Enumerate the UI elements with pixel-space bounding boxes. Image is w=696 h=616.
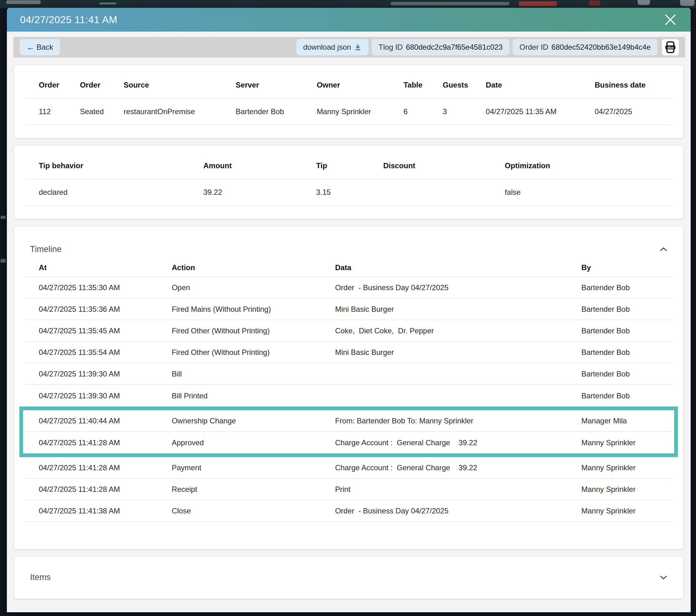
timeline-at: 04/27/2025 11:41:28 AM [39,463,172,472]
server-value: Bartender Bob [236,107,317,116]
timeline-row[interactable]: 04/27/2025 11:41:38 AM Close Order - Bus… [25,500,672,522]
column-header-order-number: Order [39,81,80,89]
column-header-tip: Tip [316,161,383,170]
background-red-badge [589,1,600,6]
timeline-action: Fired Other (Without Printing) [172,326,335,335]
column-header-date: Date [486,81,595,89]
timeline-row[interactable]: 04/27/2025 11:39:30 AM Bill Bartender Bo… [25,363,672,385]
items-title: Items [30,572,51,582]
timeline-row[interactable]: 04/27/2025 11:35:36 AM Fired Mains (With… [25,298,672,320]
timeline-at: 04/27/2025 11:35:30 AM [39,283,172,292]
timeline-row[interactable]: 04/27/2025 11:41:28 AM Payment Charge Ac… [25,457,672,479]
timeline-at: 04/27/2025 11:41:28 AM [39,438,172,447]
timeline-data: From: Bartender Bob To: Manny Sprinkler [335,416,581,425]
order-id-chip[interactable]: Order ID 680dec52420bb63e149b4c4e [512,39,658,55]
timeline-row[interactable]: 04/27/2025 11:41:28 AM Receipt Print Man… [25,479,672,500]
background-tab-bump [637,0,650,5]
items-expand-button[interactable] [660,575,667,580]
timeline-by: Manny Sprinkler [581,463,672,472]
background-tab-bump [680,0,694,6]
timeline-data: Coke, Diet Coke, Dr. Pepper [335,326,581,335]
column-header-business-date: Business date [595,81,672,89]
timeline-row[interactable]: 04/27/2025 11:35:45 AM Fired Other (With… [25,320,672,342]
column-header-data: Data [335,263,581,272]
background-side-mark [1,216,6,219]
timeline-row-highlighted[interactable]: 04/27/2025 11:40:44 AM Ownership Change … [25,410,672,432]
timeline-section-header: Timeline [25,240,672,258]
order-id-value: 680dec52420bb63e149b4c4e [551,43,651,51]
column-header-at: At [39,263,172,272]
timeline-action: Approved [172,438,335,447]
back-arrow-icon: ← [27,43,35,52]
timeline-data: Charge Account : General Charge 39.22 [335,463,581,472]
timeline-action: Bill [172,370,335,378]
modal-title: 04/27/2025 11:41 AM [20,14,117,26]
background-side-mark [1,259,6,263]
timeline-row-highlighted[interactable]: 04/27/2025 11:41:28 AM Approved Charge A… [25,432,672,453]
timeline-action: Bill Printed [172,391,335,400]
timeline-action: Open [172,283,335,292]
chevron-down-icon [660,575,667,580]
timeline-by: Bartender Bob [581,283,672,292]
close-button[interactable] [663,13,678,27]
order-number-value: 112 [39,107,80,116]
column-header-server: Server [236,81,317,89]
timeline-data: Order - Business Day 04/27/2025 [335,283,581,292]
source-value: restaurantOnPremise [124,107,236,116]
timeline-at: 04/27/2025 11:41:28 AM [39,485,172,494]
background-text-blob [391,2,509,5]
timeline-action: Receipt [172,485,335,494]
tlog-id-chip[interactable]: Tlog ID 680dedc2c9a7f65e4581c023 [371,39,509,55]
column-header-owner: Owner [317,81,404,89]
tlog-id-value: 680dedc2c9a7f65e4581c023 [406,43,503,51]
table-value: 6 [404,107,443,116]
highlighted-timeline-rows: 04/27/2025 11:40:44 AM Ownership Change … [19,406,678,457]
timeline-data: Mini Basic Burger [335,348,581,357]
order-details-modal: 04/27/2025 11:41 AM ←Back download json [7,8,691,612]
modal-header: 04/27/2025 11:41 AM [7,8,691,32]
items-section-header: Items [25,568,672,586]
column-header-order-status: Order [80,81,124,89]
order-table-header-row: Order Order Source Server Owner Table Gu… [25,81,672,98]
timeline-row[interactable]: 04/27/2025 11:35:30 AM Open Order - Busi… [25,277,672,298]
svg-text:xlsx: xlsx [667,46,674,49]
timeline-by: Manny Sprinkler [581,438,672,447]
timeline-by: Bartender Bob [581,391,672,400]
order-id-label: Order ID [519,43,548,51]
order-table-row: 112 Seated restaurantOnPremise Bartender… [25,98,672,125]
column-header-action: Action [172,263,335,272]
timeline-data: Charge Account : General Charge 39.22 [335,438,581,447]
timeline-card: Timeline At Action Data By 04/27/2025 11… [14,226,683,550]
timeline-row[interactable]: 04/27/2025 11:35:54 AM Fired Other (With… [25,342,672,363]
timeline-header-row: At Action Data By [25,258,672,277]
timeline-collapse-button[interactable] [660,247,667,252]
timeline-at: 04/27/2025 11:40:44 AM [39,416,172,425]
guests-value: 3 [443,107,486,116]
column-header-tip-behavior: Tip behavior [39,161,204,170]
payment-table-row: declared 39.22 3.15 false [25,179,672,206]
timeline-at: 04/27/2025 11:35:45 AM [39,326,172,335]
background-text-blob [6,0,41,4]
column-header-by: By [581,263,672,272]
export-xlsx-button[interactable]: xlsx [662,39,679,55]
timeline-at: 04/27/2025 11:39:30 AM [39,391,172,400]
column-header-source: Source [124,81,236,89]
payment-table-header-row: Tip behavior Amount Tip Discount Optimiz… [25,161,672,179]
chevron-up-icon [660,247,667,252]
owner-value: Manny Sprinkler [317,107,404,116]
back-button[interactable]: ←Back [20,39,60,55]
xlsx-file-icon: xlsx [664,41,677,54]
timeline-data: Mini Basic Burger [335,305,581,314]
business-date-value: 04/27/2025 [595,107,672,116]
timeline-row[interactable]: 04/27/2025 11:39:30 AM Bill Printed Bart… [25,385,672,406]
timeline-at: 04/27/2025 11:35:54 AM [39,348,172,357]
amount-value: 39.22 [204,188,316,197]
column-header-optimization: Optimization [505,161,672,170]
timeline-by: Bartender Bob [581,305,672,314]
timeline-at: 04/27/2025 11:35:36 AM [39,305,172,314]
optimization-value: false [505,188,672,197]
download-json-button[interactable]: download json [296,39,368,55]
timeline-action: Close [172,507,335,515]
timeline-by: Bartender Bob [581,348,672,357]
order-summary-card: Order Order Source Server Owner Table Gu… [14,65,683,138]
